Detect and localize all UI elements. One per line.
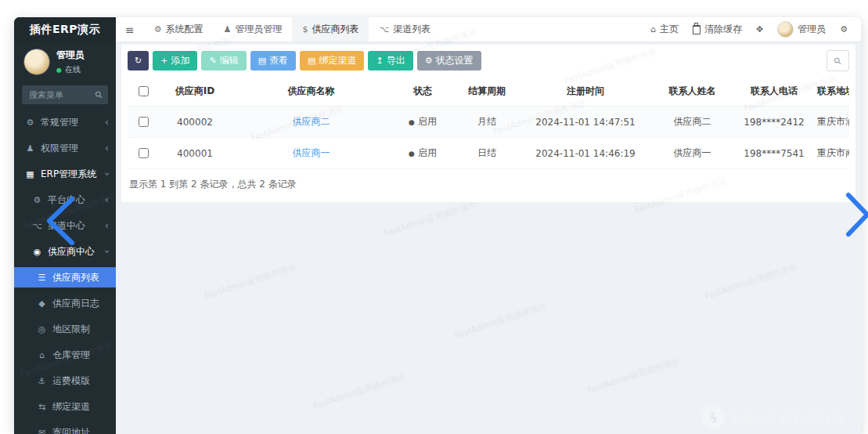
fullscreen-button[interactable]: ✥ bbox=[749, 17, 770, 42]
gear-icon: ⚙ bbox=[425, 56, 433, 66]
random-icon: ⇆ bbox=[36, 402, 48, 412]
top-navbar: ≡ ⚙ 系统配置 ♟ 管理员管理 $ 供应商列表 ⌥ 渠道列表 bbox=[116, 17, 861, 42]
user-menu-label: 管理员 bbox=[798, 23, 826, 36]
search-icon: ⚲ bbox=[831, 54, 844, 67]
plus-icon: + bbox=[160, 56, 167, 66]
cell-settlement-cycle: 月结 bbox=[454, 107, 520, 138]
user-menu[interactable]: 管理员 bbox=[770, 17, 833, 42]
app-window: 插件ERP演示 管理员 ● 在线 ⚲ ⚙ 常规管理 bbox=[14, 17, 861, 434]
sidebar-item-supplier-list[interactable]: ☰ 供应商列表 bbox=[14, 267, 116, 288]
view-button[interactable]: ▤ 查看 bbox=[250, 51, 296, 71]
table-search-button[interactable]: ⚲ bbox=[827, 50, 849, 71]
app-logo: 插件ERP演示 bbox=[14, 17, 116, 42]
status-dot-icon: ● bbox=[409, 118, 415, 126]
tab-label: 管理员管理 bbox=[235, 23, 282, 36]
home-button[interactable]: ⌂ 主页 bbox=[643, 17, 686, 42]
supplier-name-link[interactable]: 供应商二 bbox=[293, 116, 330, 127]
chevron-left-icon: ‹ bbox=[105, 144, 109, 152]
user-icon: ♟ bbox=[224, 24, 232, 34]
column-status[interactable]: 状态 bbox=[391, 77, 454, 107]
table-icon: ▦ bbox=[24, 169, 36, 179]
clear-cache-button[interactable]: 清除缓存 bbox=[686, 17, 749, 42]
sidebar-item-supplier-log[interactable]: ◆ 供应商日志 bbox=[14, 293, 116, 313]
sidebar-item-label: 权限管理 bbox=[41, 142, 78, 155]
user-status: 在线 bbox=[65, 64, 81, 75]
sidebar-item-label: 绑定渠道 bbox=[52, 400, 90, 414]
cell-contact-phone: 198****2412 bbox=[733, 107, 815, 138]
column-supplier-id[interactable]: 供应商ID bbox=[159, 77, 231, 107]
supplier-table: 供应商ID 供应商名称 状态 结算周期 注册时间 联系人姓名 联系人电话 联系地… bbox=[128, 77, 849, 169]
sidebar-item-region-restriction[interactable]: ◎ 地区限制 bbox=[14, 319, 116, 339]
pencil-icon: ✎ bbox=[209, 56, 216, 66]
status-badge: 启用 bbox=[418, 116, 437, 127]
sidebar-item-erp-system[interactable]: ▦ ERP管理系统 › bbox=[14, 164, 116, 184]
users-icon: ♟ bbox=[24, 143, 36, 154]
column-contact-phone[interactable]: 联系人电话 bbox=[733, 77, 815, 107]
supplier-name-link[interactable]: 供应商一 bbox=[293, 147, 330, 158]
row-checkbox[interactable] bbox=[139, 148, 149, 158]
clear-cache-label: 清除缓存 bbox=[704, 23, 742, 36]
cogs-icon: ⚙ bbox=[24, 118, 36, 128]
table-row: 400002 供应商二 ●启用 月结 2024-11-01 14:47:51 供… bbox=[128, 107, 849, 138]
add-button[interactable]: + 添加 bbox=[153, 51, 197, 71]
sidebar-toggle-button[interactable]: ≡ bbox=[116, 17, 144, 42]
address-card-icon: ✉ bbox=[36, 428, 48, 434]
carousel-next-icon[interactable] bbox=[845, 192, 868, 237]
ship-icon: ⚓ bbox=[36, 376, 48, 386]
chevron-left-icon: ‹ bbox=[105, 118, 109, 126]
dollar-icon: $ bbox=[302, 24, 308, 34]
cell-supplier-id: 400002 bbox=[159, 107, 231, 138]
sidebar-item-label: 供应商列表 bbox=[52, 271, 99, 284]
sidebar-item-bind-channel[interactable]: ⇆ 绑定渠道 bbox=[14, 396, 116, 417]
tab-label: 渠道列表 bbox=[393, 23, 430, 36]
column-contact-address[interactable]: 联系地址 bbox=[815, 77, 849, 107]
tab-supplier-list[interactable]: $ 供应商列表 bbox=[292, 17, 369, 42]
chevron-down-icon: › bbox=[103, 172, 110, 175]
status-settings-button[interactable]: ⚙ 状态设置 bbox=[417, 51, 481, 71]
column-register-time[interactable]: 注册时间 bbox=[520, 77, 651, 107]
sidebar-item-return-address[interactable]: ✉ 寄回地址 bbox=[14, 422, 116, 434]
upload-icon: ↥ bbox=[376, 56, 383, 66]
column-settlement-cycle[interactable]: 结算周期 bbox=[454, 77, 520, 107]
bind-channel-label: 绑定渠道 bbox=[319, 54, 356, 67]
refresh-button[interactable]: ↻ bbox=[128, 51, 149, 71]
menu-search-input[interactable] bbox=[27, 89, 95, 101]
status-dot-icon: ● bbox=[409, 150, 415, 157]
sidebar-item-general-management[interactable]: ⚙ 常规管理 ‹ bbox=[14, 112, 116, 132]
column-contact-name[interactable]: 联系人姓名 bbox=[651, 77, 733, 107]
hamburger-icon: ≡ bbox=[125, 24, 135, 36]
sidebar-item-label: 寄回地址 bbox=[52, 426, 90, 434]
sidebar-item-freight-template[interactable]: ⚓ 运费模版 bbox=[14, 371, 116, 391]
edit-button[interactable]: ✎ 编辑 bbox=[201, 51, 246, 71]
avatar bbox=[23, 49, 50, 75]
user-panel: 管理员 ● 在线 bbox=[14, 42, 116, 81]
screen: 插件ERP演示 管理员 ● 在线 ⚲ ⚙ 常规管理 bbox=[0, 0, 868, 434]
sidebar-item-warehouse-management[interactable]: ⌂ 仓库管理 bbox=[14, 345, 116, 365]
sidebar-item-label: 地区限制 bbox=[52, 323, 90, 336]
status-settings-label: 状态设置 bbox=[436, 54, 474, 67]
column-supplier-name[interactable]: 供应商名称 bbox=[231, 77, 391, 107]
bind-channel-button[interactable]: ▤ 绑定渠道 bbox=[300, 51, 364, 71]
home-label: 主页 bbox=[660, 23, 679, 36]
table-header-row: 供应商ID 供应商名称 状态 结算周期 注册时间 联系人姓名 联系人电话 联系地… bbox=[128, 77, 849, 107]
ban-icon: ◎ bbox=[36, 324, 48, 335]
online-dot-icon: ● bbox=[56, 67, 62, 74]
chevron-left-icon: ‹ bbox=[105, 196, 109, 204]
row-checkbox[interactable] bbox=[139, 117, 149, 127]
sidebar-item-label: 仓库管理 bbox=[52, 349, 90, 362]
tab-admin-management[interactable]: ♟ 管理员管理 bbox=[214, 17, 293, 42]
cell-register-time: 2024-11-01 14:47:51 bbox=[520, 107, 651, 138]
select-all-checkbox[interactable] bbox=[139, 86, 149, 96]
export-button[interactable]: ↥ 导出 bbox=[368, 51, 412, 71]
trash-icon bbox=[693, 25, 701, 34]
sidebar-item-permission-management[interactable]: ♟ 权限管理 ‹ bbox=[14, 138, 116, 158]
sidebar-item-label: 供应商日志 bbox=[52, 297, 99, 310]
book-icon: ▤ bbox=[258, 56, 266, 66]
settings-button[interactable]: ⚙ bbox=[833, 17, 855, 42]
gear-icon: ⚙ bbox=[154, 24, 162, 34]
carousel-prev-icon[interactable] bbox=[44, 196, 77, 246]
cell-settlement-cycle: 日结 bbox=[454, 138, 520, 169]
menu-search[interactable]: ⚲ bbox=[22, 85, 108, 104]
tab-system-config[interactable]: ⚙ 系统配置 bbox=[144, 17, 214, 42]
tab-channel-list[interactable]: ⌥ 渠道列表 bbox=[369, 17, 441, 42]
